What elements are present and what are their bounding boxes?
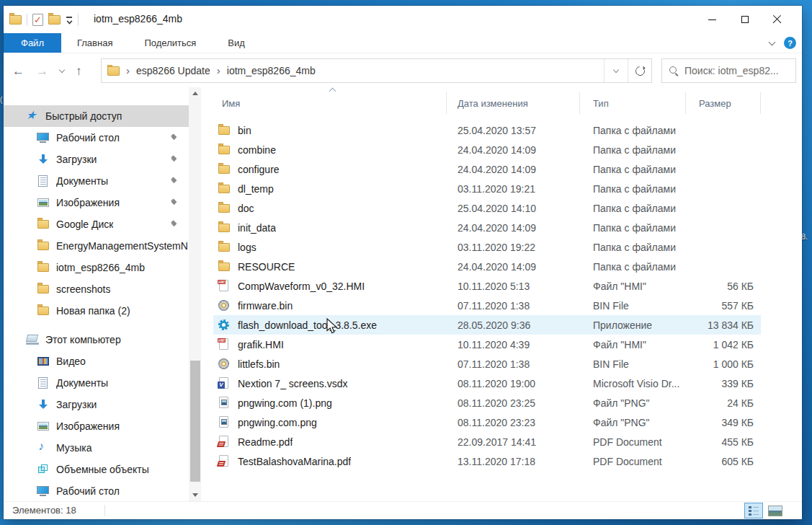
- maximize-button[interactable]: [728, 6, 761, 33]
- tab-view[interactable]: Вид: [212, 33, 261, 53]
- hmi-file-icon: [218, 338, 231, 350]
- sidebar-item-downloads[interactable]: Загрузки: [4, 149, 189, 170]
- gear-file-icon: [218, 319, 231, 331]
- sidebar-item-quick-access[interactable]: Быстрый доступ: [4, 105, 189, 127]
- column-header-type[interactable]: Тип: [580, 92, 686, 114]
- folder-file-icon: [218, 241, 231, 253]
- column-header-name[interactable]: Имя: [213, 92, 447, 114]
- navigation-pane: Быстрый доступ Рабочий стол Загрузки Док…: [4, 87, 189, 501]
- expand-ribbon-icon[interactable]: [769, 38, 776, 45]
- sidebar-item-pictures[interactable]: Изображения: [4, 192, 189, 213]
- search-box[interactable]: [661, 58, 796, 83]
- file-row[interactable]: pngwing.com (1).png 08.11.2020 23:25 Фай…: [213, 393, 761, 412]
- file-date: 22.09.2017 14:41: [447, 436, 580, 448]
- sidebar-item-folder[interactable]: EnergyManagementSystemN: [4, 235, 189, 257]
- refresh-icon: [633, 64, 646, 77]
- file-row[interactable]: init_data 24.04.2020 14:09 Папка с файла…: [213, 218, 761, 237]
- file-row[interactable]: pngwing.com.png 08.11.2020 23:23 Файл "P…: [213, 412, 761, 432]
- file-date: 08.11.2020 19:00: [447, 378, 580, 389]
- file-name: init_data: [238, 222, 276, 234]
- sidebar-item-folder[interactable]: iotm_esp8266_4mb: [4, 257, 189, 278]
- thumbnails-view-button[interactable]: [766, 503, 785, 519]
- sidebar-item-downloads[interactable]: Загрузки: [4, 394, 189, 415]
- file-row[interactable]: Readme.pdf 22.09.2017 14:41 PDF Document…: [213, 432, 761, 451]
- up-button[interactable]: ↑: [76, 65, 82, 77]
- file-row[interactable]: configure 24.04.2020 14:09 Папка с файла…: [213, 159, 761, 179]
- file-name: flash_download_tool_3.8.5.exe: [238, 319, 377, 331]
- forward-button[interactable]: →: [36, 65, 48, 77]
- sidebar-item-label: Рабочий стол: [56, 132, 120, 144]
- help-icon[interactable]: ?: [784, 37, 796, 49]
- file-row[interactable]: dl_temp 03.11.2020 19:21 Папка с файлами: [213, 179, 761, 198]
- sidebar-item-computer[interactable]: Этот компьютер: [4, 329, 189, 350]
- hmi-file-icon: [218, 280, 231, 292]
- video-icon: [37, 356, 50, 367]
- file-name: firmware.bin: [238, 300, 293, 312]
- scroll-up-button[interactable]: [189, 87, 201, 100]
- address-dropdown-button[interactable]: [604, 59, 628, 82]
- file-row[interactable]: firmware.bin 07.11.2020 1:38 BIN File 55…: [213, 296, 761, 315]
- sidebar-item-label: iotm_esp8266_4mb: [56, 262, 145, 273]
- folder-file-icon: [218, 182, 231, 195]
- sidebar-item-label: Объемные объекты: [56, 464, 149, 475]
- file-date: 07.11.2020 1:38: [447, 358, 580, 370]
- sidebar-item-folder[interactable]: Новая папка (2): [4, 300, 189, 322]
- sidebar-item-folder[interactable]: screenshots: [4, 278, 189, 300]
- folder-icon: [37, 305, 50, 317]
- file-row[interactable]: logs 03.11.2020 19:22 Папка с файлами: [213, 237, 761, 257]
- close-button[interactable]: [761, 6, 793, 33]
- breadcrumb-item-parent[interactable]: esp8266 Update: [136, 65, 210, 76]
- folder-icon: [37, 240, 50, 252]
- file-row[interactable]: CompWaveform_v0_32.HMI 10.11.2020 5:13 Ф…: [213, 276, 761, 296]
- sidebar-item-music[interactable]: Музыка: [4, 437, 189, 459]
- desktop-icon-label-fragment-right: 8.: [801, 232, 808, 241]
- file-size: 1 042 КБ: [686, 339, 761, 350]
- sidebar-item-objects3d[interactable]: Объемные объекты: [4, 459, 189, 480]
- sidebar-item-documents[interactable]: Документы: [4, 170, 189, 192]
- sidebar-item-documents[interactable]: Документы: [4, 372, 189, 394]
- file-row[interactable]: RESOURCE 24.04.2020 14:09 Папка с файлам…: [213, 257, 761, 276]
- recent-locations-icon[interactable]: [59, 67, 65, 73]
- properties-check-icon[interactable]: [32, 14, 43, 26]
- file-name: TestBalashovaMarina.pdf: [238, 456, 351, 467]
- pictures-icon: [37, 420, 50, 432]
- sidebar-scrollbar[interactable]: [189, 87, 201, 501]
- address-bar[interactable]: › esp8266 Update › iotm_esp8266_4mb: [101, 58, 652, 83]
- file-date: 24.04.2020 14:09: [447, 261, 580, 273]
- file-name: combine: [238, 144, 276, 156]
- downloads-icon: [37, 399, 50, 410]
- breadcrumb-item-current[interactable]: iotm_esp8266_4mb: [227, 65, 316, 76]
- file-row[interactable]: littlefs.bin 07.11.2020 1:38 BIN File 1 …: [213, 354, 761, 374]
- details-view-button[interactable]: [744, 503, 763, 519]
- tab-home[interactable]: Главная: [61, 33, 128, 53]
- file-date: 24.04.2020 14:09: [447, 144, 580, 156]
- minimize-button[interactable]: [696, 6, 728, 33]
- file-row[interactable]: Nextion 7_ screens.vsdx 08.11.2020 19:00…: [213, 374, 761, 393]
- customize-toolbar-icon[interactable]: [66, 17, 73, 23]
- scroll-down-button[interactable]: [189, 489, 201, 501]
- column-header-size[interactable]: Размер: [686, 92, 761, 114]
- new-folder-icon[interactable]: [48, 15, 61, 25]
- sidebar-item-desktop[interactable]: Рабочий стол: [4, 127, 189, 149]
- scrollbar-thumb[interactable]: [190, 361, 200, 482]
- sidebar-item-desktop[interactable]: Рабочий стол: [4, 480, 189, 501]
- search-input[interactable]: [684, 65, 788, 76]
- tab-file[interactable]: Файл: [4, 33, 61, 53]
- file-row[interactable]: combine 24.04.2020 14:09 Папка с файлами: [213, 140, 761, 159]
- sidebar-item-pictures[interactable]: Изображения: [4, 415, 189, 437]
- file-row[interactable]: grafik.HMI 10.11.2020 4:39 Файл "HMI" 1 …: [213, 335, 761, 354]
- file-row[interactable]: bin 25.04.2020 13:57 Папка с файлами: [213, 120, 761, 140]
- sidebar-item-video[interactable]: Видео: [4, 350, 189, 372]
- file-name: Nextion 7_ screens.vsdx: [238, 378, 348, 389]
- column-header-date[interactable]: Дата изменения: [447, 92, 580, 114]
- back-button[interactable]: ←: [12, 65, 24, 77]
- app-folder-icon[interactable]: [9, 15, 22, 25]
- file-row[interactable]: doc 25.04.2020 14:10 Папка с файлами: [213, 198, 761, 218]
- sidebar-item-folder[interactable]: Google Диск: [4, 213, 189, 235]
- refresh-button[interactable]: [628, 59, 651, 82]
- file-size: 1 000 КБ: [686, 358, 761, 370]
- file-row[interactable]: TestBalashovaMarina.pdf 13.11.2020 17:18…: [213, 451, 761, 471]
- file-row[interactable]: flash_download_tool_3.8.5.exe 28.05.2020…: [213, 315, 761, 335]
- location-folder-icon[interactable]: [107, 66, 120, 76]
- tab-share[interactable]: Поделиться: [128, 33, 212, 53]
